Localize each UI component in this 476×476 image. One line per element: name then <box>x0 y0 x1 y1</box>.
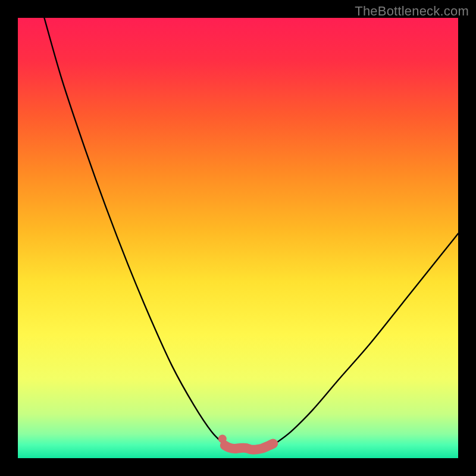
plot-background <box>18 18 458 458</box>
valley-dot <box>218 435 227 443</box>
bottleneck-chart <box>18 18 458 458</box>
chart-stage: TheBottleneck.com <box>0 0 476 476</box>
watermark-text: TheBottleneck.com <box>355 4 469 19</box>
valley-band <box>225 444 273 450</box>
